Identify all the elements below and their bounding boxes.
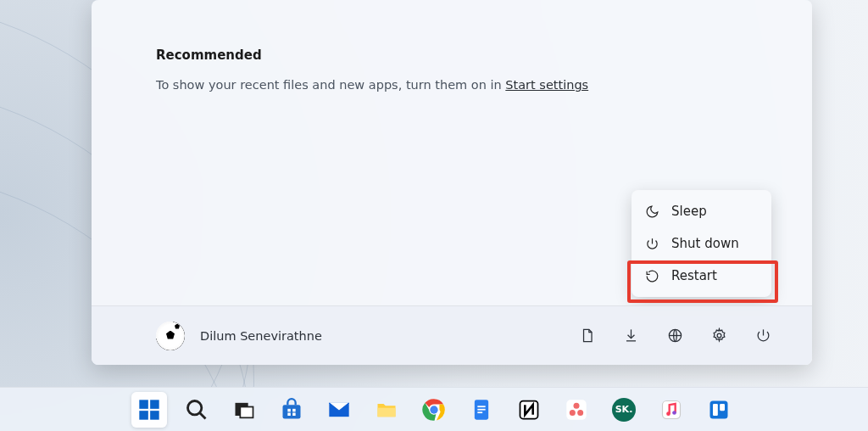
taskbar-asana[interactable] (559, 392, 594, 428)
asana-icon (565, 398, 588, 422)
svg-point-26 (570, 410, 576, 416)
start-settings-link[interactable]: Start settings (505, 78, 588, 92)
svg-rect-22 (477, 411, 482, 413)
power-menu-item-label: Shut down (671, 236, 739, 251)
power-menu-item-label: Restart (671, 268, 717, 283)
taskbar-start[interactable] (131, 392, 167, 428)
taskbar-store[interactable] (274, 392, 309, 428)
user-name[interactable]: Dilum Senevirathne (200, 329, 322, 343)
settings-button[interactable] (710, 327, 727, 344)
taskbar-notion[interactable] (511, 392, 547, 428)
svg-rect-32 (713, 404, 718, 416)
svg-point-6 (188, 400, 202, 414)
restart-icon (645, 269, 659, 283)
mail-icon (327, 398, 351, 422)
svg-rect-20 (477, 406, 485, 407)
windows-icon (137, 398, 161, 422)
svg-point-27 (577, 410, 583, 416)
documents-button[interactable] (578, 327, 595, 344)
network-button[interactable] (666, 327, 683, 344)
svg-rect-2 (139, 400, 148, 409)
recommended-hint: To show your recent files and new apps, … (156, 78, 748, 92)
svg-rect-10 (287, 408, 291, 411)
taskbar: SK. (0, 387, 868, 431)
sk-icon: SK. (612, 398, 636, 422)
svg-rect-5 (150, 411, 159, 420)
trello-icon (707, 398, 731, 422)
svg-rect-15 (378, 407, 396, 417)
music-icon (659, 398, 683, 422)
svg-point-1 (717, 333, 721, 338)
svg-rect-13 (292, 412, 296, 416)
power-menu-restart[interactable]: Restart (632, 260, 771, 292)
user-avatar[interactable] (156, 322, 185, 350)
footer-quick-icons (578, 327, 771, 344)
task-view-icon (232, 398, 256, 422)
svg-rect-11 (292, 408, 296, 411)
download-icon (623, 327, 639, 344)
docs-icon (470, 398, 493, 422)
power-icon (755, 327, 771, 344)
start-menu: Recommended To show your recent files an… (92, 0, 812, 365)
folder-icon (375, 398, 398, 422)
taskbar-trello[interactable] (701, 392, 737, 428)
svg-rect-3 (150, 400, 159, 409)
taskbar-sk[interactable]: SK. (606, 392, 642, 428)
start-menu-footer: Dilum Senevirathne (92, 305, 812, 365)
taskbar-task-view[interactable] (226, 392, 262, 428)
svg-rect-21 (477, 408, 485, 410)
power-icon (645, 237, 659, 251)
power-menu-sleep[interactable]: Sleep (632, 195, 771, 227)
svg-rect-33 (720, 404, 725, 411)
svg-point-30 (672, 411, 676, 415)
chrome-icon (422, 398, 446, 422)
svg-rect-31 (710, 400, 728, 418)
taskbar-music[interactable] (654, 392, 689, 428)
soccer-icon (156, 322, 185, 350)
taskbar-chrome[interactable] (416, 392, 452, 428)
downloads-button[interactable] (622, 327, 639, 344)
power-button[interactable] (754, 327, 771, 344)
notion-icon (517, 398, 541, 422)
svg-rect-4 (139, 411, 148, 420)
taskbar-mail[interactable] (321, 392, 357, 428)
store-icon (280, 398, 303, 422)
power-menu-shutdown[interactable]: Shut down (632, 227, 771, 260)
globe-icon (667, 327, 683, 344)
svg-rect-9 (283, 405, 301, 418)
power-menu: Sleep Shut down Restart (632, 190, 771, 297)
document-icon (579, 327, 595, 344)
moon-icon (645, 204, 659, 219)
svg-point-29 (666, 411, 670, 416)
taskbar-explorer[interactable] (369, 392, 404, 428)
svg-rect-8 (240, 406, 253, 417)
svg-rect-12 (287, 412, 291, 416)
recommended-section: Recommended To show your recent files an… (92, 0, 812, 92)
power-menu-item-label: Sleep (671, 204, 707, 219)
gear-icon (711, 327, 727, 344)
taskbar-docs[interactable] (464, 392, 499, 428)
recommended-heading: Recommended (156, 48, 748, 63)
svg-point-25 (574, 402, 580, 408)
taskbar-search[interactable] (179, 392, 214, 428)
svg-point-18 (430, 406, 437, 413)
search-icon (185, 398, 209, 422)
